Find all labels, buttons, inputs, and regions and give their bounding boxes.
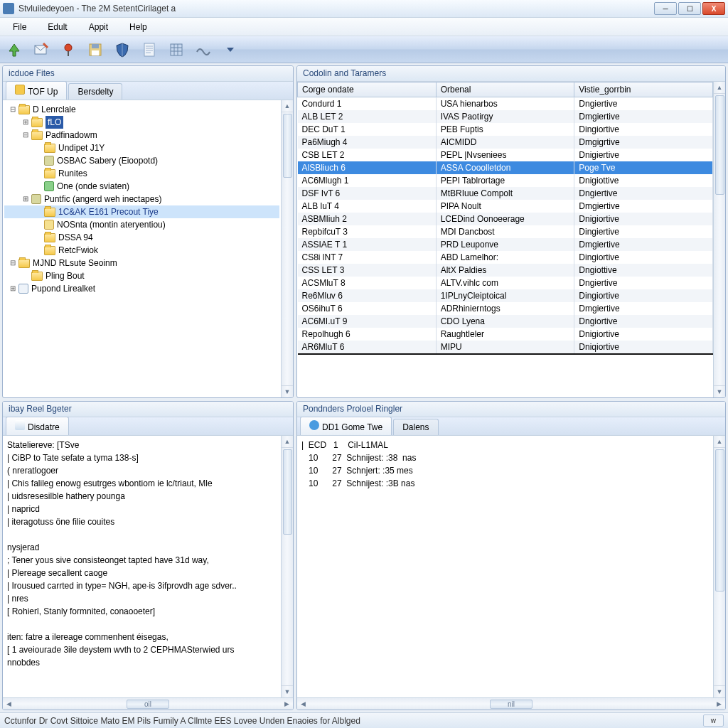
menu-edult[interactable]: Edult xyxy=(38,19,77,35)
tree-item[interactable]: NOSnta (montin ateryentiou) xyxy=(4,218,279,231)
table-row[interactable]: CS8i lNT 7ABD Lamelhor:Dingiortive xyxy=(298,251,713,264)
expand-icon[interactable] xyxy=(34,144,43,152)
scroll-down-icon[interactable]: ▼ xyxy=(714,385,725,397)
table-row[interactable]: DEC DuT 1PEB FuptisDingiortive xyxy=(298,123,713,136)
save-icon[interactable] xyxy=(85,40,105,60)
tree-item[interactable]: ⊞Puntfic (angerd weh inectapes) xyxy=(4,193,279,205)
log-text-left[interactable]: Stateliereve: [TSve | CiBP to Tate sefat… xyxy=(3,436,281,697)
tree-item[interactable]: ⊞fLO xyxy=(4,116,279,129)
scroll-up-icon[interactable]: ▲ xyxy=(282,436,293,448)
table-row[interactable]: CSB LET 2PEPL |NvsenieesDnigiertive xyxy=(298,149,713,161)
column-header[interactable]: Vistie_gorrbin xyxy=(574,82,713,97)
expand-icon[interactable] xyxy=(21,272,30,280)
tab-dd1[interactable]: DD1 Gome Twe xyxy=(300,417,392,435)
table-row[interactable]: AC6Mlugh 1PEPI TablrortageDnigiottive xyxy=(298,174,713,187)
scroll-left-icon[interactable]: ◀ xyxy=(297,698,309,710)
shield-icon[interactable] xyxy=(112,40,132,60)
table-row[interactable]: AR6MluT 6MIPUDniqiortive xyxy=(298,341,713,354)
table-row[interactable]: AC6MI.uT 9CDO LyenaDngiortive xyxy=(298,315,713,328)
tree-item[interactable]: ⊟Padfinadowm xyxy=(4,129,279,141)
column-header[interactable]: Corge ondate xyxy=(298,82,437,97)
scroll-up-icon[interactable]: ▲ xyxy=(282,100,293,112)
expand-icon[interactable] xyxy=(34,169,43,178)
table-row[interactable]: ACSMluT 8ALTV.vihlc comDngiertive xyxy=(298,277,713,289)
tree-item[interactable]: RetcFwiok xyxy=(4,244,279,257)
table-row[interactable]: Re6Mluv 61IPLnyCleiptoicalDingiortive xyxy=(298,289,713,302)
minimize-button[interactable]: ─ xyxy=(654,2,677,15)
expand-icon[interactable] xyxy=(34,156,43,165)
table-row[interactable]: DSF IvT 6MtBRIuue CompoltDngiertive xyxy=(298,187,713,200)
scrollbar-horizontal[interactable]: ◀oil▶ xyxy=(3,697,293,710)
scroll-up-icon[interactable]: ▲ xyxy=(714,82,725,94)
menu-file[interactable]: File xyxy=(3,19,36,35)
scrollbar-vertical[interactable]: ▲▼ xyxy=(713,436,725,697)
scroll-thumb[interactable] xyxy=(283,114,292,178)
expand-icon[interactable]: ⊟ xyxy=(9,105,17,114)
tab-disdate[interactable]: Disdatre xyxy=(6,417,69,435)
maximize-button[interactable]: ☐ xyxy=(678,2,701,15)
expand-icon[interactable] xyxy=(34,220,43,229)
pin-icon[interactable] xyxy=(58,40,78,60)
scroll-thumb[interactable] xyxy=(715,449,724,592)
tree-item[interactable]: Runites xyxy=(4,167,279,180)
page-icon[interactable] xyxy=(139,40,159,60)
menu-help[interactable]: Help xyxy=(119,19,157,35)
table-row[interactable]: ALB LET 2IVAS PaotirgyDmgiertive xyxy=(298,110,713,123)
expand-icon[interactable]: ⊟ xyxy=(9,259,17,267)
scrollbar-vertical[interactable]: ▲▼ xyxy=(713,82,725,397)
table-row[interactable]: Repolhugh 6RaughtlelerDnigiortive xyxy=(298,328,713,341)
data-table[interactable]: Corge ondateOrbenalVistie_gorrbinCondurd… xyxy=(297,82,713,355)
scroll-thumb[interactable] xyxy=(283,449,292,535)
expand-icon[interactable] xyxy=(34,208,43,216)
tab-tof-up[interactable]: TOF Up xyxy=(6,81,67,100)
table-row[interactable]: AlSBliuch 6ASSA CooolletdonPoge Tve xyxy=(298,161,713,174)
expand-icon[interactable] xyxy=(34,246,43,255)
expand-icon[interactable]: ⊞ xyxy=(21,118,30,127)
menu-appit[interactable]: Appit xyxy=(79,19,118,35)
tree-item[interactable]: 1C&AK E161 Precout Tiye xyxy=(4,205,279,218)
expand-icon[interactable]: ⊟ xyxy=(21,131,30,139)
grid-icon[interactable] xyxy=(166,40,186,60)
file-tree[interactable]: ⊟D Lenrclale⊞fLO⊟PadfinadowmUndipet J1YO… xyxy=(3,100,281,397)
table-row[interactable]: CSS LET 3AltX PaldiesDngiottive xyxy=(298,264,713,277)
tree-item[interactable]: DSSA 94 xyxy=(4,231,279,244)
tree-item[interactable]: ⊟D Lenrclale xyxy=(4,103,279,116)
tab-bendely[interactable]: Bersdelty xyxy=(68,83,122,100)
scroll-right-icon[interactable]: ▶ xyxy=(281,698,293,710)
tree-item[interactable]: Undipet J1Y xyxy=(4,141,279,154)
scroll-right-icon[interactable]: ▶ xyxy=(713,698,725,710)
tree-item[interactable]: OSBAC Sabery (Eioopotd) xyxy=(4,154,279,167)
tree-item[interactable]: ⊞Pupond Lirealket xyxy=(4,282,279,295)
table-row[interactable]: ASBMIiuh 2LCEDind OonoeerageDnigiortive xyxy=(298,213,713,225)
mail-edit-icon[interactable] xyxy=(31,40,51,60)
wave-icon[interactable] xyxy=(193,40,213,60)
scrollbar-vertical[interactable]: ▲▼ xyxy=(281,436,293,697)
table-row[interactable]: OS6ihuT 6ADRhinierntogsDmgiertive xyxy=(298,302,713,315)
table-row[interactable]: RepbifcuT 3MDI DancbostDingiertive xyxy=(298,225,713,238)
scroll-thumb[interactable] xyxy=(715,95,724,195)
tree-item[interactable]: One (onde sviaten) xyxy=(4,180,279,193)
tab-dalens[interactable]: Dalens xyxy=(393,419,438,435)
scroll-left-icon[interactable]: ◀ xyxy=(3,698,15,710)
tree-item[interactable]: ⊟MJND RLsute Seoinm xyxy=(4,257,279,269)
scroll-down-icon[interactable]: ▼ xyxy=(282,685,293,697)
column-header[interactable]: Orbenal xyxy=(436,82,574,97)
close-button[interactable]: X xyxy=(702,2,725,15)
expand-icon[interactable] xyxy=(34,233,43,242)
scroll-up-icon[interactable]: ▲ xyxy=(714,436,725,448)
up-arrow-icon[interactable] xyxy=(4,40,24,60)
table-row[interactable]: Condurd 1USA hienarbosDngiertive xyxy=(298,97,713,111)
expand-icon[interactable]: ⊞ xyxy=(21,195,30,203)
scroll-down-icon[interactable]: ▼ xyxy=(714,685,725,697)
tree-item[interactable]: Pling Bout xyxy=(4,269,279,282)
scroll-down-icon[interactable]: ▼ xyxy=(282,385,293,397)
expand-icon[interactable] xyxy=(34,182,43,191)
scrollbar-horizontal[interactable]: ◀nil▶ xyxy=(297,697,725,710)
status-button[interactable]: w xyxy=(703,714,724,727)
scrollbar-vertical[interactable]: ▲▼ xyxy=(281,100,293,397)
expand-icon[interactable]: ⊞ xyxy=(9,284,17,293)
table-row[interactable]: ALB luT 4PIPA NoultDmgiertive xyxy=(298,200,713,213)
table-row[interactable]: ASSIAE T 1PRD LeuponveDmgiertive xyxy=(298,238,713,251)
dropdown-icon[interactable] xyxy=(220,40,240,60)
log-text-right[interactable]: | ECD 1 CiI-L1MAL 10 27 Schnijest: :38 n… xyxy=(297,436,713,697)
